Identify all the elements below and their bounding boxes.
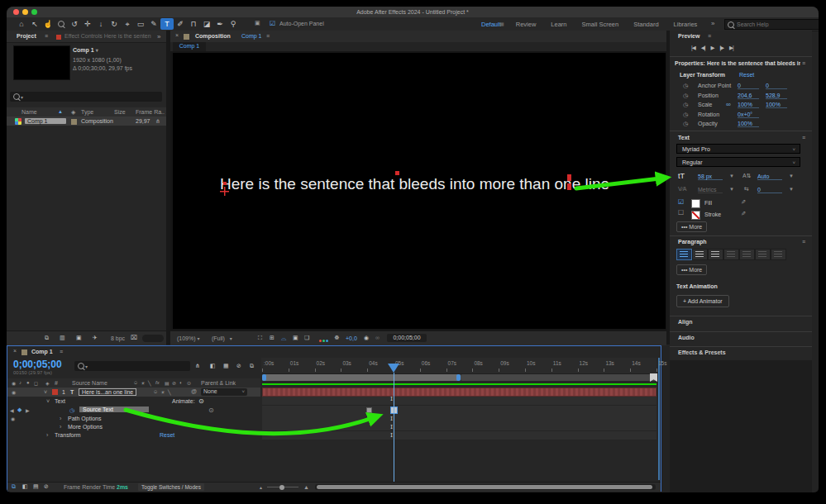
text-anchor-point-marker[interactable]: [220, 187, 229, 196]
solo-column-icon[interactable]: ●: [26, 380, 30, 385]
fill-color-swatch[interactable]: [691, 199, 700, 208]
text-group-label[interactable]: Text: [55, 398, 65, 404]
justify-all-button[interactable]: [771, 249, 786, 260]
layer-duration-bar[interactable]: [262, 388, 657, 397]
source-text-stopwatch-icon[interactable]: ◷: [69, 407, 74, 414]
path-options-visibility-icon[interactable]: ◉: [11, 416, 15, 421]
audio-column-icon[interactable]: ♪: [19, 380, 21, 385]
keyframe-indicator-icon[interactable]: ◆: [17, 407, 21, 413]
magnification-select[interactable]: (109%) ▾: [177, 335, 200, 341]
stopwatch-icon[interactable]: ◷: [683, 112, 688, 118]
toggle-switches-modes-button[interactable]: Toggle Switches / Modes: [138, 483, 204, 491]
bit-depth-button[interactable]: 8 bpc: [111, 335, 125, 341]
preview-menu-icon[interactable]: ≡: [708, 33, 711, 39]
tracking-value[interactable]: 0: [757, 187, 782, 193]
delete-item-icon[interactable]: ⌧: [131, 335, 137, 341]
workspace-tab-review[interactable]: Review: [516, 21, 537, 28]
stroke-color-swatch[interactable]: [691, 211, 700, 220]
property-value[interactable]: 0: [738, 83, 759, 89]
play-button[interactable]: ▶: [710, 45, 714, 50]
font-style-select[interactable]: Regular ˅: [676, 157, 800, 167]
composition-comp-name[interactable]: Comp 1: [241, 33, 262, 39]
work-area-start-handle[interactable]: [262, 374, 266, 381]
rectangle-tool[interactable]: ▭: [134, 18, 147, 30]
transparency-grid-icon[interactable]: ▣: [293, 335, 298, 341]
more-options-expand-icon[interactable]: ›: [60, 424, 61, 430]
stroke-checkbox[interactable]: ☐: [678, 209, 684, 216]
property-value[interactable]: 204,6: [738, 93, 759, 99]
type-tool[interactable]: T: [160, 18, 174, 30]
tab-project[interactable]: Project: [17, 33, 36, 39]
mask-visibility-icon[interactable]: ⊞: [270, 335, 275, 341]
property-value[interactable]: 100%: [766, 102, 787, 108]
property-value[interactable]: 100%: [738, 102, 759, 108]
project-menu-icon[interactable]: ≡: [45, 33, 48, 39]
frame-blending-icon[interactable]: ▦: [223, 363, 229, 369]
properties-panel-title[interactable]: Properties: Here is the sentence that bl…: [675, 60, 800, 66]
text-menu-icon[interactable]: ≡: [802, 135, 805, 140]
pen-tool[interactable]: ✎: [147, 18, 160, 30]
stroke-eyedropper-icon[interactable]: ✎: [741, 211, 746, 217]
fill-eyedropper-icon[interactable]: ✎: [741, 199, 746, 206]
link-dimensions-icon[interactable]: ∞: [726, 101, 731, 108]
property-value[interactable]: 528,9: [766, 93, 787, 99]
playhead-line[interactable]: [394, 373, 395, 482]
workspace-tab-libraries[interactable]: Libraries: [674, 21, 698, 28]
threed-switch-icon[interactable]: ⊙: [187, 380, 191, 386]
timeline-hscrollbar-thumb[interactable]: [317, 485, 652, 489]
eraser-tool[interactable]: ◪: [200, 18, 213, 30]
transform-reset-link[interactable]: Reset: [160, 432, 174, 438]
property-value[interactable]: 0x+0°: [738, 112, 759, 118]
layer-shy-icon[interactable]: ☺: [153, 389, 158, 394]
first-frame-button[interactable]: |◀: [691, 45, 695, 50]
source-name-column[interactable]: Source Name: [72, 380, 107, 386]
shy-switch-icon[interactable]: ☺: [133, 380, 138, 385]
add-animator-button[interactable]: + Add Animator: [676, 295, 729, 307]
panel-overflow-icon[interactable]: »: [157, 33, 160, 40]
property-value[interactable]: 100%: [738, 121, 759, 127]
work-area-end-handle[interactable]: [456, 374, 461, 381]
parent-pickwhip-icon[interactable]: @: [191, 388, 197, 394]
layer-label-swatch[interactable]: [52, 389, 58, 395]
tracking-dropdown-icon[interactable]: ▼: [789, 187, 794, 192]
paragraph-more-button[interactable]: ••• More: [676, 264, 707, 275]
workspace-tab-default[interactable]: Default: [481, 21, 501, 28]
roto-brush-tool[interactable]: ✒: [213, 18, 227, 30]
draft-icon[interactable]: ◧: [22, 483, 28, 490]
next-keyframe-icon[interactable]: ▶: [26, 407, 30, 413]
align-right-button[interactable]: [708, 249, 723, 260]
channel-icon[interactable]: [319, 337, 329, 343]
panel-header-align[interactable]: Align: [670, 316, 812, 326]
text-handle-marker[interactable]: [223, 182, 227, 185]
path-options-label[interactable]: Path Options: [68, 416, 101, 421]
snapshot-camera-icon[interactable]: ◉: [364, 335, 369, 341]
composition-panel-label[interactable]: Composition: [195, 33, 231, 39]
adjustment-switch-icon[interactable]: ◐: [179, 380, 183, 385]
stopwatch-icon[interactable]: ◷: [683, 121, 688, 127]
workspace-grid-icon[interactable]: ▦: [499, 21, 504, 26]
next-frame-button[interactable]: |▶: [719, 45, 723, 50]
parent-select[interactable]: None˅: [201, 388, 247, 396]
justify-last-left-button[interactable]: [723, 249, 739, 260]
exposure-value[interactable]: +0,0: [346, 335, 357, 341]
timeline-menu-icon[interactable]: ≡: [60, 349, 63, 354]
title-action-safe-icon[interactable]: ⌓: [281, 335, 286, 343]
composition-mini-flow-icon[interactable]: ⧉: [12, 483, 16, 490]
timeline-timecode[interactable]: 0;00;05;00: [13, 359, 62, 370]
fx-switch-icon[interactable]: fx: [155, 380, 160, 385]
collapse-switch-icon[interactable]: ☀: [141, 380, 145, 386]
region-of-interest-icon[interactable]: ❏: [304, 335, 309, 341]
timeline-zoom-slider-knob[interactable]: [279, 485, 284, 490]
label-column-icon[interactable]: ◈: [45, 380, 50, 386]
blend-icon[interactable]: ▤: [33, 483, 39, 490]
workspace-overflow-icon[interactable]: »: [711, 20, 714, 27]
property-value[interactable]: 0: [766, 83, 787, 89]
zoom-tool[interactable]: [55, 18, 68, 30]
source-text-property[interactable]: Source Text: [79, 407, 149, 412]
motion-blur-switch-icon[interactable]: ⊘: [172, 380, 176, 386]
stopwatch-icon[interactable]: ◷: [683, 83, 688, 89]
stopwatch-icon[interactable]: ◷: [683, 93, 688, 99]
project-footer-search[interactable]: [142, 335, 164, 342]
puppet-pin-tool[interactable]: ⚲: [227, 18, 240, 30]
workspace-tab-learn[interactable]: Learn: [551, 21, 566, 28]
